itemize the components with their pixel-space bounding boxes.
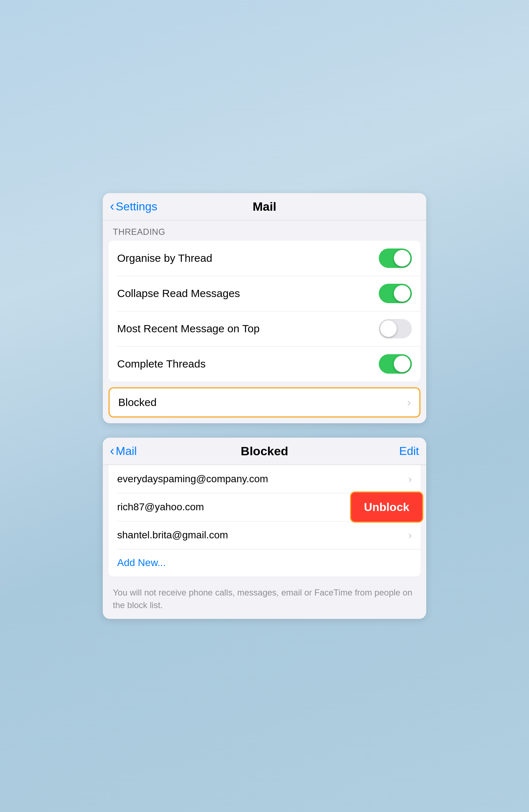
threading-section-header: THREADING bbox=[103, 220, 426, 241]
contact-email: rich87@yahoo.com bbox=[117, 501, 204, 513]
organise-by-thread-label: Organise by Thread bbox=[117, 252, 212, 264]
toggle-knob bbox=[394, 356, 410, 372]
chevron-right-icon: › bbox=[408, 473, 412, 485]
edit-button[interactable]: Edit bbox=[399, 444, 419, 458]
toggle-knob bbox=[394, 250, 410, 266]
chevron-left-icon: ‹ bbox=[110, 444, 114, 457]
add-new-label[interactable]: Add New... bbox=[109, 549, 420, 576]
mail-back-button[interactable]: ‹ Mail bbox=[110, 444, 137, 458]
blocked-footer-note: You will not receive phone calls, messag… bbox=[103, 582, 426, 619]
blocked-contacts-list: everydayspaming@company.com › rich87@yah… bbox=[109, 465, 420, 576]
organise-by-thread-row: Organise by Thread bbox=[109, 241, 420, 276]
chevron-left-icon: ‹ bbox=[110, 200, 114, 213]
blocked-nav-bar: ‹ Mail Blocked Edit bbox=[103, 438, 426, 465]
contact-row[interactable]: shantel.brita@gmail.com › bbox=[109, 521, 420, 549]
blocked-contacts-card: ‹ Mail Blocked Edit everydayspaming@comp… bbox=[103, 438, 426, 619]
settings-back-button[interactable]: ‹ Settings bbox=[110, 200, 157, 213]
unblock-button[interactable]: Unblock bbox=[350, 492, 423, 523]
settings-back-label: Settings bbox=[116, 200, 157, 213]
chevron-right-icon: › bbox=[407, 396, 411, 409]
mail-back-label: Mail bbox=[116, 444, 137, 458]
add-new-row[interactable]: Add New... bbox=[109, 549, 420, 576]
contact-row[interactable]: rich87@yahoo.com › Unblock bbox=[109, 493, 420, 521]
contact-email: shantel.brita@gmail.com bbox=[117, 529, 228, 541]
complete-threads-label: Complete Threads bbox=[117, 358, 206, 370]
blocked-title: Blocked bbox=[241, 444, 288, 458]
toggle-knob bbox=[394, 285, 410, 302]
contact-row[interactable]: everydayspaming@company.com › bbox=[109, 465, 420, 493]
collapse-read-messages-label: Collapse Read Messages bbox=[117, 287, 240, 300]
collapse-read-messages-row: Collapse Read Messages bbox=[109, 276, 420, 311]
threading-settings-list: Organise by Thread Collapse Read Message… bbox=[109, 241, 420, 382]
contact-email: everydayspaming@company.com bbox=[117, 473, 268, 485]
toggle-knob bbox=[380, 320, 397, 337]
mail-nav-bar: ‹ Settings Mail bbox=[103, 193, 426, 220]
mail-title: Mail bbox=[253, 200, 276, 214]
blocked-row[interactable]: Blocked › bbox=[109, 387, 420, 418]
phone-container: ‹ Settings Mail THREADING Organise by Th… bbox=[103, 172, 426, 640]
complete-threads-row: Complete Threads bbox=[109, 346, 420, 382]
most-recent-message-label: Most Recent Message on Top bbox=[117, 323, 259, 335]
chevron-right-icon: › bbox=[408, 529, 412, 541]
complete-threads-toggle[interactable] bbox=[379, 354, 412, 374]
organise-by-thread-toggle[interactable] bbox=[379, 248, 412, 268]
most-recent-message-toggle[interactable] bbox=[379, 319, 412, 338]
most-recent-message-row: Most Recent Message on Top bbox=[109, 311, 420, 346]
mail-settings-card: ‹ Settings Mail THREADING Organise by Th… bbox=[103, 193, 426, 423]
blocked-label: Blocked bbox=[118, 396, 157, 409]
collapse-read-messages-toggle[interactable] bbox=[379, 284, 412, 303]
